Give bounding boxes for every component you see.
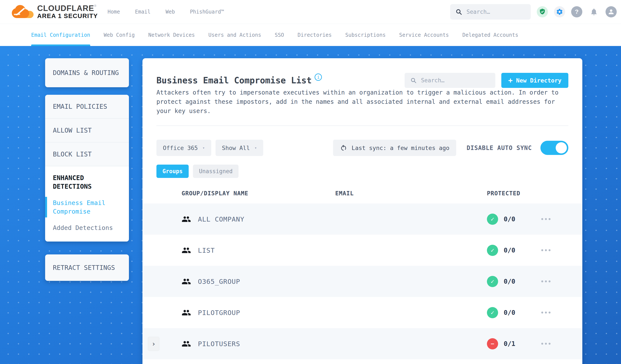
help-icon[interactable]: ? [571, 6, 582, 17]
tab-unassigned[interactable]: Unassigned [193, 165, 239, 178]
menu-dot [541, 280, 543, 282]
group-name-label: ALL COMPANY [198, 215, 244, 223]
sidebar-item-domains-routing[interactable]: DOMAINS & ROUTING [45, 58, 129, 87]
cloudflare-logo[interactable]: CLOUDFLARE® AREA 1 SECURITY [12, 4, 98, 19]
topbar: CLOUDFLARE® AREA 1 SECURITY HomeEmailWeb… [0, 0, 621, 24]
page-title: Business Email Compromise List [156, 75, 311, 85]
table-row[interactable]: ALL COMPANY✓0/0 [142, 204, 582, 235]
table-row[interactable]: PILOTGROUP✓0/0 [142, 297, 582, 328]
subnav-item-web-config[interactable]: Web Config [104, 24, 135, 46]
group-name-label: PILOTUSERS [198, 340, 240, 348]
row-menu-button[interactable] [541, 340, 551, 348]
search-icon [410, 77, 417, 84]
sidebar-item-block-list[interactable]: BLOCK LIST [45, 142, 129, 166]
global-search-input[interactable] [466, 8, 526, 15]
row-menu-button[interactable] [541, 215, 551, 224]
group-tabs: GroupsUnassigned [156, 165, 568, 178]
table-row[interactable]: ›PILOTUSERS−0/1 [142, 328, 582, 359]
subnav-item-email-configuration[interactable]: Email Configuration [31, 24, 90, 46]
subnav-item-directories[interactable]: Directories [298, 24, 332, 46]
subnav-item-users-and-actions[interactable]: Users and Actions [208, 24, 261, 46]
shield-check-icon[interactable] [537, 6, 548, 17]
bell-icon[interactable] [588, 6, 600, 17]
row-menu-button[interactable] [541, 246, 551, 255]
protected-cell: ✓0/0 [487, 276, 515, 287]
sidebar-item-retract-settings[interactable]: RETRACT SETTINGS [45, 254, 129, 281]
topnav-item-home[interactable]: Home [107, 9, 120, 15]
subnav-item-delegated-accounts[interactable]: Delegated Accounts [462, 24, 518, 46]
menu-dot [541, 249, 543, 251]
top-navigation: HomeEmailWebPhishGuard™ [107, 9, 224, 15]
group-name-cell: O365_GROUP [182, 277, 335, 286]
gear-icon[interactable] [554, 6, 565, 17]
menu-dot [545, 249, 547, 251]
sidebar-item-added-detections[interactable]: Added Detections [53, 224, 121, 232]
sidebar-policy-list: EMAIL POLICIESALLOW LISTBLOCK LIST [45, 95, 129, 166]
topbar-right-cluster: ? [450, 4, 617, 19]
auto-sync-toggle[interactable] [540, 141, 568, 155]
column-email: EMAIL [335, 190, 487, 197]
row-menu-button[interactable] [541, 277, 551, 286]
topnav-item-email[interactable]: Email [135, 9, 150, 15]
sidebar: DOMAINS & ROUTING EMAIL POLICIESALLOW LI… [45, 58, 129, 281]
row-menu-button[interactable] [541, 308, 551, 317]
divider [156, 125, 568, 126]
topnav-item-phishguard[interactable]: PhishGuard™ [190, 9, 224, 15]
sidebar-item-email-policies[interactable]: EMAIL POLICIES [45, 95, 129, 119]
brand-subtitle: AREA 1 SECURITY [37, 13, 98, 19]
menu-dot [549, 312, 551, 313]
refresh-icon [340, 144, 347, 152]
column-protected: PROTECTED [487, 190, 520, 197]
sidebar-policies-card: EMAIL POLICIESALLOW LISTBLOCK LIST ENHAN… [45, 95, 129, 242]
protected-check-icon: ✓ [487, 245, 498, 256]
global-search-box[interactable] [450, 4, 531, 19]
panel-header: Business Email Compromise List i + New D… [156, 58, 568, 88]
group-name-label: PILOTGROUP [198, 309, 240, 316]
page-description: Attackers often try to impersonate execu… [156, 88, 564, 116]
group-name-cell: PILOTUSERS [182, 339, 335, 348]
content-area: DOMAINS & ROUTING EMAIL POLICIESALLOW LI… [0, 46, 621, 364]
subnav-item-network-devices[interactable]: Network Devices [148, 24, 195, 46]
filter-select-value: Office 365 [163, 145, 198, 151]
subnav-item-subscriptions[interactable]: Subscriptions [345, 24, 386, 46]
tab-groups[interactable]: Groups [156, 165, 189, 178]
new-directory-button[interactable]: + New Directory [501, 73, 568, 88]
table-row[interactable]: LIST✓0/0 [142, 235, 582, 266]
group-name-label: O365_GROUP [198, 277, 240, 285]
protected-cell: ✓0/0 [487, 245, 515, 256]
sidebar-item-business-email-compromise[interactable]: Business Email Compromise [53, 199, 121, 216]
controls-row: Office 365▾Show All▾ Last sync: a few mi… [156, 140, 568, 156]
column-group-display-name: GROUP/DISPLAY NAME [182, 190, 335, 197]
menu-dot [549, 280, 551, 282]
menu-dot [545, 312, 547, 313]
group-icon [182, 214, 191, 224]
filter-selects: Office 365▾Show All▾ [156, 140, 268, 156]
directory-search-input[interactable] [420, 77, 490, 84]
group-name-cell: LIST [182, 246, 335, 255]
help-question-glyph: ? [575, 8, 578, 15]
protected-count: 0/1 [504, 340, 515, 347]
protected-count: 0/0 [504, 277, 515, 285]
sidebar-section-enhanced-detections: ENHANCED DETECTIONS Business Email Compr… [45, 166, 129, 242]
brand-title: CLOUDFLARE [37, 4, 94, 13]
bec-panel: Business Email Compromise List i + New D… [142, 58, 582, 364]
table-row[interactable]: O365_GROUP✓0/0 [142, 266, 582, 297]
last-sync-pill[interactable]: Last sync: a few minutes ago [333, 140, 456, 156]
filter-select-office-365[interactable]: Office 365▾ [156, 140, 211, 156]
menu-dot [545, 218, 547, 220]
group-table-body: ALL COMPANY✓0/0LIST✓0/0O365_GROUP✓0/0PIL… [142, 204, 582, 359]
directory-search-box[interactable] [405, 73, 495, 88]
sidebar-item-allow-list[interactable]: ALLOW LIST [45, 119, 129, 142]
toggle-knob [556, 142, 567, 154]
info-icon[interactable]: i [315, 73, 322, 81]
group-icon [182, 246, 191, 255]
topnav-item-web[interactable]: Web [166, 9, 175, 15]
profile-icon[interactable] [605, 6, 617, 17]
protected-count: 0/0 [504, 215, 515, 223]
group-icon [182, 339, 191, 348]
protected-count: 0/0 [504, 309, 515, 316]
subnav-item-service-accounts[interactable]: Service Accounts [399, 24, 449, 46]
filter-select-show-all[interactable]: Show All▾ [216, 140, 263, 156]
expand-row-button[interactable]: › [148, 337, 159, 351]
subnav-item-sso[interactable]: SSO [275, 24, 284, 46]
